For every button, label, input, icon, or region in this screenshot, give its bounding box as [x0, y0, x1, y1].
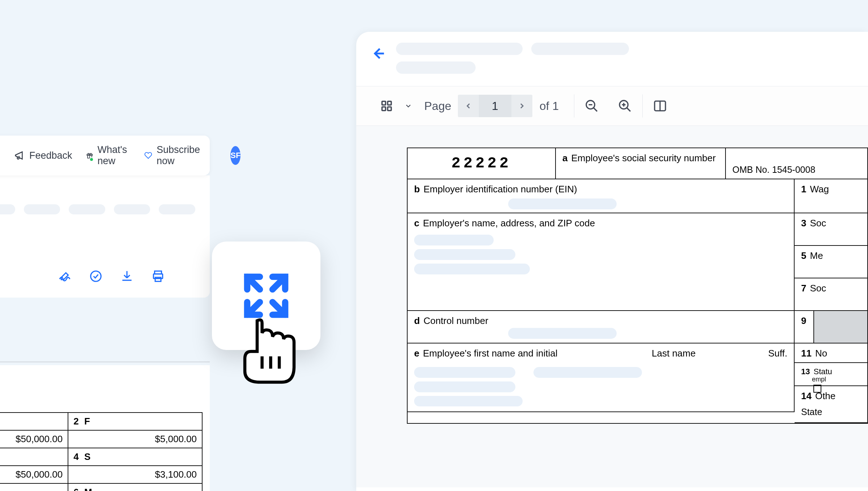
placeholder [414, 396, 523, 407]
back-button[interactable] [371, 46, 385, 61]
gift-icon [86, 150, 93, 161]
expand-icon [241, 270, 292, 321]
zoom-in-button[interactable] [612, 94, 638, 118]
heart-icon [144, 150, 152, 161]
placeholder [414, 235, 494, 246]
placeholder [414, 381, 515, 392]
box-13-label: Statu [813, 367, 832, 376]
feedback-link[interactable]: Feedback [14, 150, 72, 161]
box-c-label: Employer's name, address, and ZIP code [423, 218, 595, 229]
whats-new-label: What's new [97, 144, 131, 167]
suffix-label: Suff. [768, 348, 787, 359]
placeholder [24, 204, 60, 214]
value-cell: $5,000.00 [68, 430, 202, 448]
omb-number: OMB No. 1545-0008 [732, 165, 815, 175]
subscribe-label: Subscribe now [157, 144, 203, 167]
prev-page-button[interactable] [458, 95, 479, 117]
thumbnails-dropdown[interactable] [400, 94, 417, 118]
page-navigator [458, 95, 532, 117]
page-input[interactable] [479, 95, 511, 117]
value-cell: $50,000.00 [0, 466, 68, 483]
svg-rect-14 [382, 101, 386, 105]
print-icon[interactable] [151, 269, 165, 283]
placeholder [414, 367, 515, 378]
svg-point-2 [91, 271, 101, 282]
box-e-label: Employee's first name and initial [423, 348, 557, 359]
document-viewer-window: Page of 1 22222 a [356, 32, 868, 491]
value-cell: $3,100.00 [68, 466, 202, 483]
box-7-label: Soc [810, 283, 826, 294]
box-a-label: Employee's social security number [571, 153, 715, 163]
placeholder [69, 204, 105, 214]
viewer-header [356, 32, 868, 86]
sign-icon[interactable] [58, 269, 72, 283]
box-14-label: Othe [815, 390, 835, 401]
divider [642, 94, 643, 118]
thumbnails-button[interactable] [374, 94, 400, 118]
form-table: 2 F $50,000.00 $5,000.00 4 S $50,000.00 … [0, 412, 203, 491]
placeholder [533, 367, 642, 378]
approve-icon[interactable] [89, 269, 103, 283]
left-panel-body [0, 175, 210, 298]
box-4-label: S [84, 451, 90, 462]
state-label: State [801, 407, 861, 417]
box-b-label: Employer identification number (EIN) [424, 184, 577, 195]
placeholder [159, 204, 195, 214]
box-3-label: Soc [810, 218, 826, 229]
app-header: lp Feedback What's new Subscribe now SF [0, 136, 210, 175]
svg-rect-17 [388, 107, 391, 111]
placeholder [0, 204, 15, 214]
placeholder [508, 198, 617, 209]
placeholder [396, 43, 523, 55]
divider [0, 362, 210, 362]
w2-form: 22222 aEmployee's social security number… [407, 148, 868, 424]
whats-new-link[interactable]: What's new [86, 144, 131, 167]
zoom-out-button[interactable] [579, 94, 605, 118]
svg-rect-16 [382, 107, 386, 111]
megaphone-icon [14, 150, 25, 161]
help-link[interactable]: lp [0, 150, 0, 161]
placeholder [531, 43, 629, 55]
box-2-label: F [84, 416, 90, 427]
next-page-button[interactable] [511, 95, 532, 117]
avatar-initials: SF [230, 151, 241, 160]
value-cell: $50,000.00 [0, 430, 68, 448]
cursor-icon [239, 315, 300, 387]
placeholder [414, 249, 515, 260]
download-icon[interactable] [120, 269, 134, 283]
page-label: Page [424, 99, 451, 113]
document-actions-toolbar [0, 255, 195, 298]
svg-line-22 [627, 108, 630, 111]
box-5-label: Me [810, 250, 823, 261]
avatar[interactable]: SF [230, 146, 241, 165]
divider [574, 94, 574, 118]
viewer-toolbar: Page of 1 [356, 86, 868, 126]
left-form-preview: 2 F $50,000.00 $5,000.00 4 S $50,000.00 … [0, 365, 210, 491]
split-view-button[interactable] [647, 94, 673, 118]
document-canvas[interactable]: 22222 aEmployee's social security number… [356, 126, 868, 487]
box-6-label: M [84, 487, 92, 491]
box-13b-label: empl [812, 376, 861, 383]
last-name-label: Last name [652, 348, 695, 359]
breadcrumb [396, 43, 629, 74]
svg-line-19 [593, 108, 597, 111]
box-1-label: Wag [810, 184, 829, 195]
placeholder [508, 328, 617, 339]
void-code: 22222 [408, 148, 556, 179]
page-total: of 1 [540, 99, 559, 113]
box-d-label: Control number [424, 315, 488, 326]
placeholder [114, 204, 150, 214]
box-9-label: 9 [801, 315, 806, 326]
box-11-label: No [815, 348, 827, 359]
subscribe-link[interactable]: Subscribe now [144, 144, 203, 167]
svg-rect-15 [388, 101, 391, 105]
help-label-fragment: lp [0, 150, 0, 161]
placeholder [414, 264, 530, 274]
feedback-label: Feedback [29, 150, 72, 161]
placeholder [396, 61, 476, 74]
